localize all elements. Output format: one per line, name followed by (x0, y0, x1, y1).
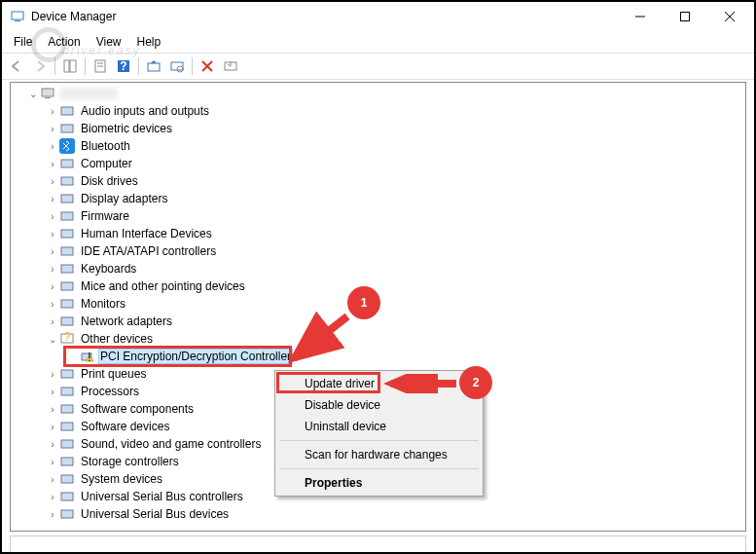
device-category-icon (59, 156, 75, 171)
device-category-icon (59, 121, 75, 136)
expand-icon[interactable]: › (46, 264, 59, 275)
menu-action[interactable]: Action (40, 33, 88, 51)
ctx-separator (279, 468, 479, 469)
expand-icon[interactable]: › (46, 106, 59, 117)
tree-item-label: Computer (79, 157, 134, 170)
expand-icon[interactable]: › (46, 159, 59, 169)
expand-icon[interactable]: › (46, 509, 59, 520)
svg-rect-38 (61, 370, 73, 378)
back-icon[interactable] (6, 55, 27, 77)
expand-icon[interactable]: › (46, 316, 59, 327)
properties-icon[interactable] (90, 55, 111, 77)
svg-rect-6 (64, 60, 69, 72)
svg-rect-43 (61, 458, 73, 465)
ctx-properties[interactable]: Properties (277, 472, 481, 494)
tree-item[interactable]: ›IDE ATA/ATAPI controllers (13, 242, 745, 260)
svg-rect-44 (61, 475, 73, 483)
scan-hardware-icon[interactable] (166, 55, 188, 77)
tree-item[interactable]: ›Network adapters (13, 313, 745, 330)
tree-item[interactable]: ›Computer (13, 155, 745, 172)
svg-rect-41 (61, 423, 73, 430)
menu-file[interactable]: File (6, 33, 40, 51)
svg-rect-7 (70, 60, 76, 72)
help-icon[interactable]: ? (113, 55, 134, 77)
computer-icon (40, 86, 55, 101)
expand-icon[interactable]: › (46, 369, 59, 380)
toolbar-separator (54, 57, 55, 75)
expand-icon[interactable]: › (46, 492, 59, 502)
device-category-icon (59, 489, 75, 504)
update-driver-icon[interactable] (143, 55, 164, 77)
svg-rect-45 (61, 493, 73, 500)
ctx-disable-device[interactable]: Disable device (277, 394, 481, 416)
device-category-icon (59, 296, 75, 312)
tree-item-label: Monitors (79, 297, 127, 311)
expand-icon[interactable]: › (46, 439, 59, 450)
svg-text:!: ! (88, 351, 90, 364)
expand-icon[interactable]: › (46, 404, 59, 415)
menu-help[interactable]: Help (129, 33, 169, 51)
disable-icon[interactable] (220, 55, 241, 77)
tree-item[interactable]: ›Audio inputs and outputs (13, 102, 745, 120)
collapse-icon[interactable]: ⌄ (26, 89, 40, 99)
collapse-icon[interactable]: ⌄ (46, 334, 59, 345)
svg-line-47 (294, 316, 347, 358)
tree-item-label: Keyboards (79, 262, 138, 276)
maximize-button[interactable] (663, 2, 707, 31)
device-category-icon (59, 226, 75, 241)
uninstall-icon[interactable] (197, 55, 218, 77)
tree-item-label: Audio inputs and outputs (79, 104, 211, 118)
tree-item[interactable]: ›Disk drives (13, 172, 745, 190)
annotation-step-2: 2 (459, 366, 492, 399)
svg-rect-39 (61, 388, 73, 395)
ctx-scan-hardware[interactable]: Scan for hardware changes (277, 444, 481, 465)
expand-icon[interactable]: › (46, 246, 59, 257)
tree-item-child[interactable]: !PCI Encryption/Decryption Controller (13, 348, 745, 365)
device-category-icon (59, 366, 75, 382)
tree-item[interactable]: ›Biometric devices (13, 120, 745, 137)
close-button[interactable] (707, 2, 752, 31)
tree-item-label: Sound, video and game controllers (79, 437, 263, 451)
tree-item-label: Human Interface Devices (79, 227, 214, 240)
expand-icon[interactable]: › (46, 176, 59, 187)
tree-item[interactable]: ›Human Interface Devices (13, 225, 745, 242)
tree-item-label: Bluetooth (79, 139, 132, 153)
expand-icon[interactable]: › (46, 124, 59, 134)
expand-icon[interactable]: › (46, 141, 59, 152)
menubar: File Action View Help (2, 31, 754, 53)
svg-rect-46 (61, 510, 73, 518)
expand-icon[interactable]: › (46, 299, 59, 310)
expand-icon[interactable]: › (46, 422, 59, 432)
forward-icon[interactable] (29, 55, 51, 77)
app-icon (10, 9, 25, 24)
minimize-button[interactable] (618, 2, 663, 31)
svg-rect-0 (12, 12, 23, 19)
expand-icon[interactable]: › (46, 211, 59, 222)
tree-item-selected-label: PCI Encryption/Decryption Controller (98, 349, 293, 364)
tree-root[interactable]: ⌄ (13, 85, 745, 102)
tree-item-label: Display adapters (79, 192, 169, 205)
expand-icon[interactable]: › (46, 281, 59, 292)
svg-rect-25 (61, 177, 73, 185)
expand-icon[interactable]: › (46, 474, 59, 485)
tree-item[interactable]: ›Universal Serial Bus devices (13, 505, 745, 523)
toolbar-separator (192, 57, 193, 75)
ctx-separator (279, 440, 479, 441)
svg-rect-32 (61, 300, 73, 308)
expand-icon[interactable]: › (46, 194, 59, 204)
expand-icon[interactable]: › (46, 387, 59, 397)
tree-item[interactable]: ›Keyboards (13, 260, 745, 277)
tree-item[interactable]: ›Mice and other pointing devices (13, 277, 745, 295)
tree-item[interactable]: ›Bluetooth (13, 137, 745, 155)
tree-item-label: Firmware (79, 209, 131, 223)
expand-icon[interactable]: › (46, 229, 59, 240)
tree-item[interactable]: ›Display adapters (13, 190, 745, 207)
show-hide-tree-icon[interactable] (59, 55, 81, 77)
expand-icon[interactable]: › (46, 457, 59, 467)
annotation-arrow-2 (383, 374, 461, 393)
ctx-uninstall-device[interactable]: Uninstall device (277, 416, 481, 437)
tree-item[interactable]: ⌄?Other devices (13, 330, 745, 348)
menu-view[interactable]: View (89, 33, 129, 51)
tree-item[interactable]: ›Firmware (13, 207, 745, 225)
svg-rect-26 (61, 195, 73, 203)
